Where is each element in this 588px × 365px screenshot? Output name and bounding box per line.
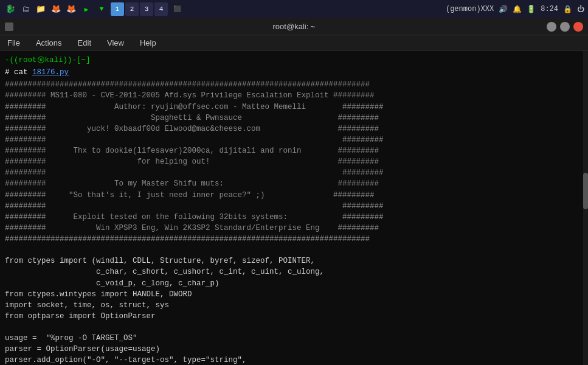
bell-icon[interactable]: 🔔 (513, 5, 522, 14)
terminal-content[interactable]: -((root㉿kali))-[~] # cat 18176.py ######… (0, 51, 588, 365)
window-controls (547, 22, 583, 32)
prompt-user: (root㉿kali) (14, 56, 67, 64)
prompt-bracket-open: -( (5, 56, 14, 64)
taskbar-right: (genmon)XXX 🔊 🔔 🔋 8:24 🔒 ⏻ (446, 5, 584, 14)
menu-view[interactable]: View (105, 37, 126, 49)
workspace-buttons: 1 2 3 4 (111, 2, 168, 16)
kali-icon[interactable]: 🐉 (4, 2, 17, 16)
prompt-path-label: -[~] (72, 56, 91, 64)
prompt-bracket-close: ) (67, 56, 72, 64)
command-line: # cat 18176.py (5, 67, 583, 78)
session-label: (genmon)XXX (446, 5, 494, 13)
terminal-window: root@kali: ~ File Actions Edit View Help… (0, 18, 588, 365)
prompt-command: cat (14, 68, 32, 77)
time-label: 8:24 (541, 5, 558, 13)
title-bar: root@kali: ~ (0, 18, 588, 35)
taskbar-left: 🐉 🗂 📁 🦊 🦊 ▶ ▼ 1 2 3 4 ⬛ (4, 2, 184, 16)
menu-actions[interactable]: Actions (33, 37, 64, 49)
maximize-button[interactable] (560, 22, 570, 32)
file-content: ########################################… (5, 79, 583, 365)
workspace-3[interactable]: 3 (140, 2, 153, 16)
menu-bar: File Actions Edit View Help (0, 35, 588, 51)
minimize-button[interactable] (547, 22, 556, 32)
scrollbar-thumb[interactable] (583, 173, 588, 209)
system-bar: 🐉 🗂 📁 🦊 🦊 ▶ ▼ 1 2 3 4 ⬛ (genmon)XXX 🔊 🔔 … (0, 0, 588, 18)
scrollbar[interactable] (583, 51, 588, 365)
battery-icon[interactable]: 🔋 (527, 5, 536, 14)
terminal-arrow-icon[interactable]: ▼ (95, 2, 108, 16)
title-bar-left (5, 23, 13, 31)
browser-icon[interactable]: 🦊 (49, 2, 63, 16)
workspace-1[interactable]: 1 (111, 2, 124, 16)
workspace-2[interactable]: 2 (125, 2, 139, 16)
close-button[interactable] (573, 22, 583, 32)
prompt-line: -((root㉿kali))-[~] (5, 55, 583, 66)
prompt-hash: # (5, 68, 10, 77)
window-title: root@kali: ~ (273, 22, 316, 31)
menu-file[interactable]: File (5, 37, 22, 49)
file-manager-icon[interactable]: 🗂 (19, 2, 32, 16)
power-icon[interactable]: ⏻ (577, 5, 584, 14)
taskbar-icons: 🐉 🗂 📁 🦊 🦊 ▶ ▼ (4, 2, 108, 16)
menu-edit[interactable]: Edit (75, 37, 94, 49)
lock-icon[interactable]: 🔒 (563, 5, 572, 14)
window-icon (5, 23, 13, 31)
volume-icon[interactable]: 🔊 (499, 5, 508, 14)
terminal-icon[interactable]: ▶ (80, 2, 93, 16)
prompt-filename[interactable]: 18176.py (32, 68, 69, 77)
menu-help[interactable]: Help (137, 37, 159, 49)
workspace-4[interactable]: 4 (154, 2, 168, 16)
terminal-small-icon[interactable]: ⬛ (170, 2, 184, 16)
firefox-icon[interactable]: 🦊 (64, 2, 78, 16)
folder-icon[interactable]: 📁 (34, 2, 47, 16)
